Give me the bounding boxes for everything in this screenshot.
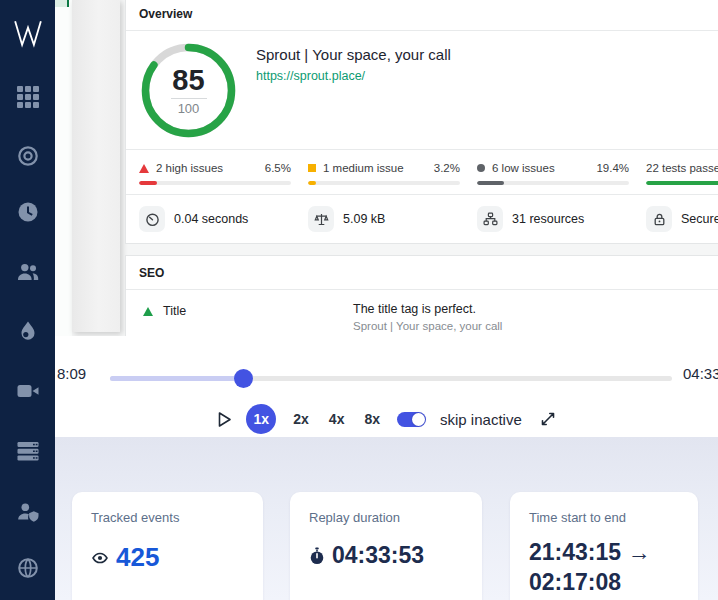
tracked-events-card: Tracked events 425 — [72, 492, 263, 600]
metrics-row: 0.04 seconds 5.09 kB 31 resources Secure — [126, 195, 718, 232]
end-time-label: 04:33 — [683, 365, 718, 382]
gauge-icon — [139, 206, 165, 232]
site-url-link[interactable]: https://sprout.place/ — [256, 69, 365, 83]
issue-label: 2 high issues — [156, 162, 223, 174]
apps-grid-icon[interactable] — [17, 86, 39, 108]
metric-resources: 31 resources — [477, 206, 629, 232]
score-readout: 85 100 — [140, 42, 237, 139]
seo-value: Sprout | Your space, your call — [353, 320, 502, 332]
score-value: 85 — [172, 65, 204, 95]
play-button[interactable] — [217, 411, 232, 428]
replay-duration-card: Replay duration 04:33:53 — [290, 492, 482, 600]
tests-passed: 22 tests passed — [646, 162, 718, 194]
speed-4x-button[interactable]: 4x — [326, 411, 348, 427]
heatmap-flame-icon[interactable] — [17, 320, 39, 342]
issue-percent: 19.4% — [596, 162, 629, 174]
stat-label: Tracked events — [91, 510, 263, 525]
high-issue-icon — [139, 164, 149, 173]
replay-controls-strip: 8:09 04:33 1x 2x 4x 8x skip inactive — [55, 336, 718, 437]
server-icon[interactable] — [17, 440, 39, 462]
seo-title-row: Title The title tag is perfect. Sprout |… — [126, 290, 718, 318]
site-title: Sprout | Your space, your call — [256, 46, 451, 63]
seo-description: The title tag is perfect. — [353, 302, 502, 316]
issue-bar — [139, 181, 291, 185]
stopwatch-icon — [309, 547, 325, 565]
issue-percent: 3.2% — [434, 162, 460, 174]
tests-passed-label: 22 tests passed — [646, 162, 718, 174]
timeline-thumb[interactable] — [234, 369, 253, 388]
playback-controls: 1x 2x 4x 8x skip inactive — [55, 402, 718, 436]
time-range-card: Time start to end 21:43:15 → 02:17:08 — [510, 492, 698, 600]
skip-inactive-toggle[interactable] — [397, 412, 426, 427]
session-stats-section: Tracked events 425 Replay duration 04:33… — [55, 437, 718, 600]
overview-header: Overview — [126, 0, 718, 31]
overview-card: Overview 85 100 Sprout | Your space, you… — [125, 0, 718, 244]
page-preview-strip — [55, 0, 72, 336]
issue-low: 6 low issues 19.4% — [477, 162, 629, 194]
low-issue-icon — [477, 164, 485, 172]
issue-label: 1 medium issue — [323, 162, 404, 174]
issue-medium: 1 medium issue 3.2% — [308, 162, 460, 194]
seo-row-label: Title — [163, 304, 186, 318]
page-preview-progress — [55, 0, 69, 7]
page-preview-panel — [72, 0, 120, 332]
speed-8x-button[interactable]: 8x — [361, 411, 383, 427]
issue-bar — [308, 181, 460, 185]
current-time-label: 8:09 — [57, 365, 86, 382]
seo-header: SEO — [126, 256, 718, 290]
issue-label: 6 low issues — [492, 162, 555, 174]
issue-percent: 6.5% — [265, 162, 291, 174]
eye-icon — [91, 550, 109, 566]
timeline-slider[interactable] — [110, 376, 672, 381]
issue-bar — [477, 181, 629, 185]
tests-passed-bar — [646, 181, 718, 185]
skip-inactive-label: skip inactive — [440, 411, 522, 428]
users-icon[interactable] — [17, 260, 39, 282]
globe-icon[interactable] — [17, 557, 39, 579]
time-end-value: 02:17:08 — [529, 569, 698, 596]
stat-label: Time start to end — [529, 510, 698, 525]
scale-icon — [308, 206, 334, 232]
user-shield-icon[interactable] — [17, 500, 39, 522]
app-sidebar — [0, 0, 55, 600]
score-divider — [171, 98, 207, 99]
target-icon[interactable] — [17, 145, 39, 167]
speed-2x-button[interactable]: 2x — [290, 411, 312, 427]
fullscreen-expand-icon[interactable] — [540, 411, 556, 427]
time-start-value: 21:43:15 → — [529, 539, 650, 566]
replay-duration-value: 04:33:53 — [332, 542, 424, 569]
score-section: 85 100 Sprout | Your space, your call ht… — [126, 31, 718, 150]
pass-triangle-icon — [143, 307, 153, 316]
tracked-events-value: 425 — [116, 542, 159, 573]
video-camera-icon[interactable] — [17, 380, 39, 402]
clock-icon[interactable] — [17, 201, 39, 223]
lock-icon — [646, 206, 672, 232]
issues-row: 2 high issues 6.5% 1 medium issue 3.2% 6… — [126, 150, 718, 195]
timeline-progress — [110, 376, 244, 381]
stat-label: Replay duration — [309, 510, 482, 525]
resources-icon — [477, 206, 503, 232]
metric-secure: Secure — [646, 206, 718, 232]
issue-high: 2 high issues 6.5% — [139, 162, 291, 194]
speed-1x-button[interactable]: 1x — [246, 404, 276, 434]
toggle-knob — [412, 413, 425, 426]
metric-page-size: 5.09 kB — [308, 206, 460, 232]
score-max: 100 — [178, 101, 200, 116]
medium-issue-icon — [308, 164, 316, 172]
app-logo[interactable] — [13, 18, 43, 48]
metric-load-time: 0.04 seconds — [139, 206, 291, 232]
